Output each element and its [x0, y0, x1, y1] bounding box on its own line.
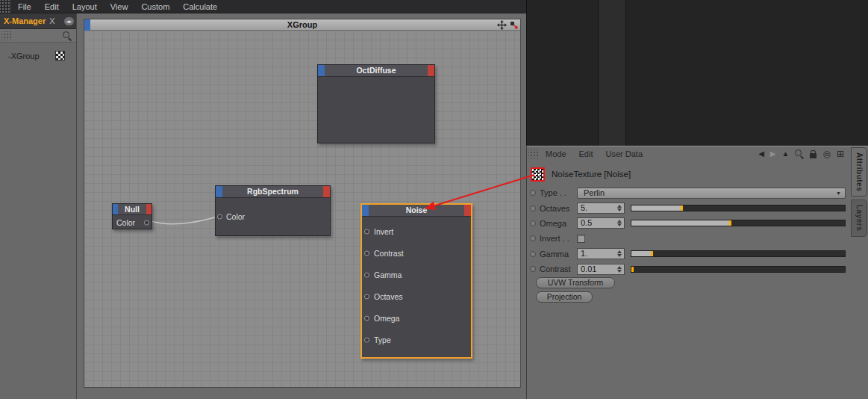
stepper-icon[interactable] — [616, 204, 623, 212]
node-output-corner[interactable] — [323, 186, 330, 197]
attr-row-omega: Omega 0.5 — [527, 216, 851, 231]
node-null[interactable]: Null Color — [112, 203, 152, 229]
tree-item-xgroup[interactable]: -XGroup — [0, 49, 76, 62]
menu-edit[interactable]: Edit — [38, 0, 66, 13]
lock-icon[interactable] — [810, 153, 817, 158]
stepper-icon[interactable] — [616, 265, 623, 273]
invert-checkbox[interactable] — [577, 235, 585, 243]
object-title: NoiseTexture [Noise] — [552, 170, 631, 179]
group-titlebar[interactable]: XGroup — [84, 19, 520, 31]
noise-texture-icon[interactable] — [532, 169, 543, 180]
history-back-icon[interactable]: ◀ — [758, 150, 764, 158]
octaves-slider[interactable] — [631, 205, 846, 211]
node-rgbspectrum-titlebar[interactable]: RgbSpectrum — [216, 186, 330, 198]
anim-dot-icon[interactable] — [530, 251, 536, 257]
toolbar-grip[interactable] — [1, 31, 12, 40]
tab-close-button[interactable]: X — [48, 16, 56, 25]
port-row-color: Color — [113, 215, 152, 229]
attr-menu-mode[interactable]: Mode — [546, 149, 566, 158]
tab-attributes[interactable]: Attributes — [851, 147, 867, 197]
anim-dot-icon[interactable] — [530, 235, 536, 241]
node-noise[interactable]: Noise Invert Contrast — [360, 203, 472, 359]
menu-file[interactable]: File — [11, 0, 38, 13]
menu-custom[interactable]: Custom — [134, 0, 176, 13]
menu-view[interactable]: View — [104, 0, 135, 13]
node-octdiffuse[interactable]: OctDiffuse — [317, 64, 435, 143]
output-port-color[interactable] — [144, 220, 149, 225]
field-value: 0.01 — [581, 265, 596, 273]
node-input-corner[interactable] — [362, 205, 369, 216]
node-output-corner[interactable] — [464, 205, 471, 216]
uvw-transform-button[interactable]: UVW Transform — [536, 277, 615, 288]
menubar-grip[interactable] — [0, 0, 11, 13]
xgroup-node-icon — [55, 51, 65, 61]
contrast-field[interactable]: 0.01 — [577, 264, 625, 275]
anim-dot-icon[interactable] — [530, 266, 536, 272]
anim-dot-icon[interactable] — [530, 220, 536, 226]
new-window-icon[interactable]: ⊞ — [837, 149, 844, 158]
type-dropdown[interactable]: Perlin ▼ — [577, 188, 846, 199]
attr-label: Omega — [540, 219, 575, 228]
chevron-down-icon: ▼ — [836, 188, 841, 198]
gamma-field[interactable]: 1. — [577, 248, 625, 259]
anim-dot-icon[interactable] — [530, 205, 536, 211]
contrast-slider[interactable] — [631, 266, 846, 273]
tree-item-label: -XGroup — [8, 52, 40, 61]
search-icon[interactable] — [63, 31, 72, 40]
port-row-contrast: Contrast — [362, 242, 471, 264]
input-port-type[interactable] — [364, 337, 369, 342]
stepper-icon[interactable] — [616, 219, 623, 227]
port-row-gamma: Gamma — [362, 264, 471, 285]
gamma-slider[interactable] — [631, 250, 846, 257]
input-port-invert[interactable] — [364, 229, 369, 234]
node-input-corner[interactable] — [216, 186, 222, 197]
tab-layers[interactable]: Layers — [851, 200, 867, 237]
attribute-header-icons: ◀ ▶ ▲ ◎ ⊞ — [758, 149, 844, 158]
node-noise-titlebar[interactable]: Noise — [362, 205, 471, 217]
move-icon[interactable] — [497, 20, 507, 30]
slider-fill — [631, 251, 653, 256]
omega-field[interactable]: 0.5 — [577, 217, 625, 229]
port-label: Octaves — [374, 292, 403, 301]
attr-menu-edit[interactable]: Edit — [579, 149, 593, 158]
sync-icon[interactable]: ◎ — [822, 149, 830, 158]
node-input-corner[interactable] — [113, 204, 118, 214]
attribute-rows: Type . . Perlin ▼ Octaves 5. — [527, 185, 851, 276]
find-icon[interactable] — [795, 149, 804, 158]
input-port-color[interactable] — [217, 214, 222, 220]
stepper-icon[interactable] — [616, 250, 623, 258]
tab-scroll-arrows[interactable]: ◂▸ — [64, 17, 74, 25]
main-menubar: File Edit Layout View Custom Calculate — [0, 0, 526, 13]
xmanager-panel: X-Manager X ◂▸ -XGroup — [0, 13, 77, 399]
input-port-octaves[interactable] — [364, 294, 369, 299]
attribute-manager: Mode Edit User Data ◀ ▶ ▲ ◎ ⊞ NoiseTextu… — [526, 146, 868, 399]
parent-up-icon[interactable]: ▲ — [782, 150, 790, 158]
input-port-omega[interactable] — [364, 315, 369, 321]
attribute-grip[interactable] — [528, 149, 539, 158]
jump-to-icon[interactable] — [510, 21, 518, 29]
input-port-contrast[interactable] — [364, 250, 369, 256]
node-output-corner[interactable] — [428, 65, 434, 76]
node-body: Color — [216, 210, 330, 223]
menu-layout[interactable]: Layout — [66, 0, 104, 13]
octaves-field[interactable]: 5. — [577, 202, 625, 214]
xgroup-window: XGroup — [84, 19, 521, 388]
menu-calculate[interactable]: Calculate — [176, 0, 224, 13]
node-input-corner[interactable] — [318, 65, 325, 76]
node-octdiffuse-titlebar[interactable]: OctDiffuse — [318, 65, 434, 77]
input-port-gamma[interactable] — [364, 272, 369, 277]
node-null-titlebar[interactable]: Null — [113, 204, 152, 215]
field-value: 0.5 — [581, 218, 592, 227]
connection-wire[interactable] — [151, 217, 217, 224]
projection-button[interactable]: Projection — [536, 291, 593, 303]
node-canvas[interactable]: OctDiffuse RgbSpectrum C — [84, 31, 520, 387]
omega-slider[interactable] — [631, 220, 846, 226]
attr-menu-userdata[interactable]: User Data — [606, 149, 643, 158]
node-rgbspectrum[interactable]: RgbSpectrum Color — [215, 185, 331, 236]
node-output-corner[interactable] — [146, 204, 152, 214]
tab-x-manager[interactable]: X-Manager — [0, 16, 48, 25]
anim-dot-icon[interactable] — [530, 190, 536, 196]
node-title-label: Null — [125, 205, 140, 214]
history-forward-icon[interactable]: ▶ — [770, 150, 776, 158]
viewport-area[interactable] — [526, 0, 868, 146]
